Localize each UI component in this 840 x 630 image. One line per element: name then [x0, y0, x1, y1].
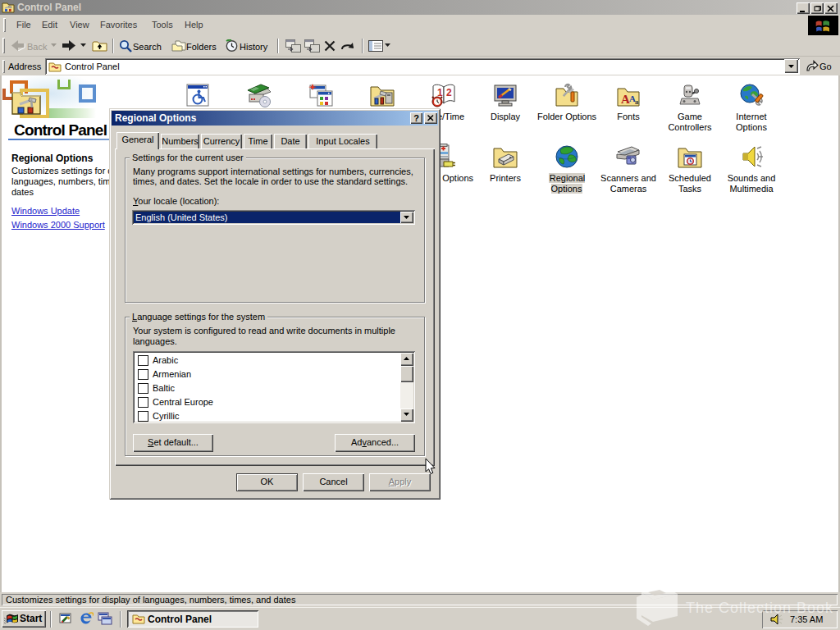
svg-text:2: 2: [446, 87, 452, 98]
svg-text:a: a: [635, 98, 639, 106]
